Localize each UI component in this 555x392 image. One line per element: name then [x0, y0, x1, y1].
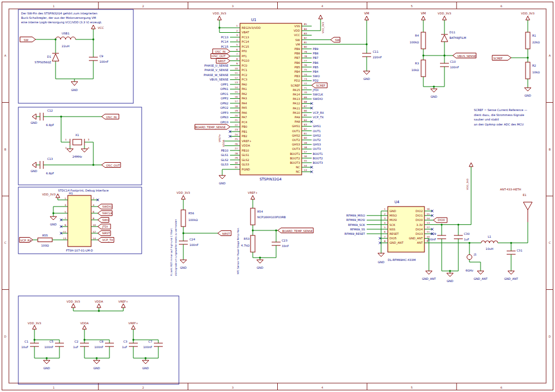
x1-ref[interactable]: X1 — [76, 133, 79, 137]
r2-ref[interactable]: R2 — [532, 64, 536, 67]
c7-ref[interactable]: C7 — [148, 340, 152, 343]
r53-ref[interactable]: R53 — [244, 237, 249, 240]
e1-ref[interactable]: E1 — [523, 193, 527, 197]
c2-ref[interactable]: C2 — [74, 340, 78, 343]
svg-text:RESET: RESET — [389, 232, 399, 235]
c29-ref[interactable]: C29 — [431, 232, 436, 235]
d1-ref[interactable]: D1 — [47, 55, 51, 58]
svg-text:BOOT2: BOOT2 — [290, 157, 300, 160]
c13-ref[interactable]: C13 — [47, 157, 53, 160]
e1-value[interactable]: ANT-433-HETH — [500, 188, 521, 191]
c8-ref[interactable]: C8 — [99, 340, 103, 343]
d1-value[interactable]: STPS0560Z — [34, 61, 51, 64]
r4-value[interactable]: 100kΩ — [409, 41, 419, 44]
c3-ref[interactable]: C3 — [123, 340, 127, 343]
svg-text:OPP2: OPP2 — [221, 97, 228, 100]
c1-value[interactable]: 10uF — [21, 345, 28, 349]
svg-text:BOOT2: BOOT2 — [313, 157, 323, 160]
c12-ref[interactable]: C12 — [47, 109, 53, 112]
swclk-text: SWCLK — [102, 212, 113, 215]
svg-text:73: 73 — [304, 78, 307, 81]
svg-text:5: 5 — [411, 386, 413, 389]
svg-text:PB5: PB5 — [294, 66, 300, 69]
svg-text:RFM69_RESET: RFM69_RESET — [344, 232, 366, 236]
vdd33-label-text: VDD_3V3 — [67, 300, 80, 304]
svg-text:4: 4 — [93, 204, 94, 207]
j1-value[interactable]: 6GHz — [466, 269, 473, 272]
board-temp-global-label[interactable]: BOARD_TEMP_SENSE — [278, 228, 313, 233]
gnd-label-text: GND — [31, 169, 37, 173]
r4-ref[interactable]: R4 — [415, 34, 419, 37]
r1-value[interactable]: 22kΩ — [532, 41, 540, 44]
d11-ref[interactable]: D11 — [449, 31, 456, 34]
svg-text:PC13: PC13 — [221, 36, 228, 39]
c5-ref[interactable]: C5 — [49, 340, 53, 343]
gnd-label-text: GND — [378, 260, 384, 264]
c23-value[interactable]: 33nF — [282, 244, 289, 248]
svg-text:PC15: PC15 — [221, 45, 228, 48]
l1-ref[interactable]: L1 — [488, 235, 491, 238]
usb1-ref[interactable]: USB1 — [62, 32, 69, 35]
h1-value[interactable]: FTSH-107-01-LM-D — [66, 249, 93, 252]
r2-value[interactable]: 10kΩ — [532, 71, 540, 74]
svg-text:GHS2: GHS2 — [292, 134, 300, 137]
c9-ref[interactable]: C9 — [99, 54, 103, 58]
c24-ref[interactable]: C24 — [189, 238, 196, 241]
l1-value[interactable]: 10uH — [486, 247, 493, 250]
c2-value[interactable]: 1uF — [73, 345, 78, 349]
r53-value[interactable]: 4.7kΩ — [241, 244, 249, 247]
c7-value[interactable]: 100nF — [143, 345, 152, 349]
c10-value[interactable]: 100nF — [450, 66, 459, 69]
c30-ref[interactable]: C30 — [464, 232, 469, 235]
u1-value[interactable]: STSPIN32G4 — [259, 177, 282, 182]
h1-ref[interactable]: H1 — [69, 192, 73, 195]
c30-value[interactable]: 1uF — [464, 238, 469, 241]
svg-text:PB6: PB6 — [313, 61, 318, 64]
x1-value[interactable]: 24MHz — [72, 155, 82, 158]
svg-text:RFM69_MOSI: RFM69_MOSI — [346, 218, 365, 222]
svg-text:OPP3: OPP3 — [221, 111, 228, 114]
d11-value[interactable]: BAT48JFILM — [449, 36, 466, 40]
r3-ref[interactable]: R3 — [415, 62, 419, 65]
r55-ref[interactable]: R55 — [42, 234, 48, 237]
u4-ref[interactable]: U4 — [394, 200, 399, 204]
usb1-value[interactable]: 22uH — [62, 44, 69, 48]
svg-text:11: 11 — [235, 72, 238, 74]
svg-text:5: 5 — [236, 43, 238, 46]
svg-text:JTDI: JTDI — [312, 88, 319, 92]
svg-text:6: 6 — [501, 4, 502, 8]
c13-value[interactable]: 6.8pF — [46, 172, 54, 175]
u1-ref[interactable]: U1 — [251, 18, 257, 22]
c3-value[interactable]: 1uF — [122, 345, 127, 349]
vdd33-label-text: VDD_3V3 — [42, 193, 56, 197]
r54-ref[interactable]: R54 — [257, 210, 263, 213]
c9-value[interactable]: 100nF — [99, 60, 108, 63]
c23-ref[interactable]: C23 — [282, 239, 287, 242]
c5-value[interactable]: 100nF — [44, 345, 53, 349]
r56-ref[interactable]: R56 — [188, 212, 194, 215]
svg-text:OUT3: OUT3 — [292, 147, 300, 150]
junction-dot — [92, 38, 94, 40]
svg-text:OSC_OUT: OSC_OUT — [212, 54, 226, 58]
c24-value[interactable]: 100nF — [189, 243, 198, 247]
c11-ref[interactable]: C11 — [373, 50, 378, 53]
c1-ref[interactable]: C1 — [24, 340, 28, 343]
r55-value[interactable]: 100Ω — [41, 244, 49, 247]
r1-ref[interactable]: R1 — [532, 34, 536, 37]
svg-text:PC2: PC2 — [242, 73, 247, 77]
c12-value[interactable]: 6.8pF — [46, 123, 54, 127]
svg-text:77: 77 — [304, 59, 307, 62]
svg-text:PB7: PB7 — [313, 56, 318, 59]
c31-ref[interactable]: C31 — [517, 249, 522, 252]
u4-value[interactable]: DL-RFM69HC-433M — [388, 258, 416, 262]
svg-text:13: 13 — [235, 81, 238, 84]
r3-value[interactable]: 10kΩ — [411, 68, 419, 72]
svg-text:OPN1: OPN1 — [221, 87, 228, 91]
c11-value[interactable]: 220nF — [373, 56, 382, 59]
c10-ref[interactable]: C10 — [450, 60, 456, 63]
c8-value[interactable]: 100nF — [94, 345, 103, 349]
r54-value[interactable]: NCP18XH103F03RB — [257, 215, 286, 219]
j1-ref[interactable]: J1 — [473, 253, 477, 257]
r56-value[interactable]: 100kΩ — [188, 218, 198, 222]
svg-text:83: 83 — [304, 32, 307, 35]
